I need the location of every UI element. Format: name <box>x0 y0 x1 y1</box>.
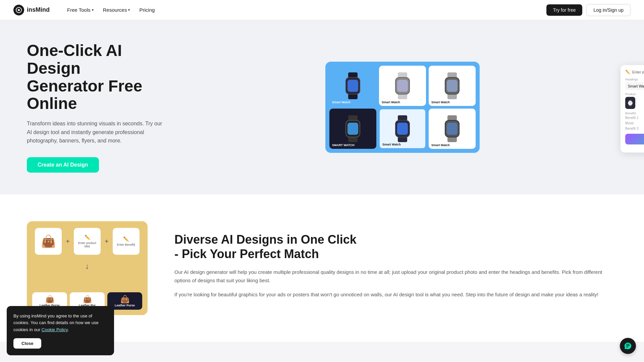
watch-image-1 <box>343 76 363 96</box>
hero-section: One-Click AI Design Generator Free Onlin… <box>0 20 644 194</box>
grid-cell-4: SMART WATCH <box>329 109 376 149</box>
nav-pricing[interactable]: Pricing <box>135 4 159 15</box>
watch-image-6 <box>442 119 462 139</box>
panel-headings-value: Smart Watch <box>628 84 644 88</box>
pencil-icon: ✏️ <box>625 70 630 74</box>
section2-title: Diverse AI Designs in One Click - Pick Y… <box>174 232 617 261</box>
purse-icon: 👜 <box>41 234 56 248</box>
nav-free-tools[interactable]: Free Tools ▾ <box>63 4 98 15</box>
navbar: insMind Free Tools ▾ Resources ▾ Pricing… <box>0 0 644 20</box>
create-ai-design-button[interactable]: Create an AI Design <box>27 157 99 173</box>
section2-body2: If you're looking for beautiful graphics… <box>174 290 617 299</box>
grid-cell-1: Smart Watch <box>329 66 376 106</box>
grid-cell-label-3: Smart Watch <box>431 101 450 104</box>
purse-result-icon-1: 👜 <box>35 295 64 304</box>
panel-headings-label: Headings <box>625 78 644 81</box>
edit-icon: ✏️ <box>85 235 90 240</box>
section2-body1: Our AI design generator will help you cr… <box>174 268 617 285</box>
enter-benefit-box: ✏️ Enter Benefit| <box>113 228 140 255</box>
grid-cell-label-4: SMART WATCH <box>332 143 355 147</box>
section2-visual: 👜 + ✏️ Enter product title| + ✏️ Enter B… <box>27 221 148 315</box>
section2-text: Diverse AI Designs in One Click - Pick Y… <box>174 232 617 304</box>
logo-text: insMind <box>27 6 50 13</box>
section2-title-line1: Diverse AI Designs in One Click <box>174 233 357 246</box>
watch-image-5 <box>392 119 413 139</box>
svg-point-1 <box>18 9 20 11</box>
purse-upload-box: 👜 <box>35 228 62 255</box>
hero-title: One-Click AI Design Generator Free Onlin… <box>27 42 168 113</box>
nav-free-tools-label: Free Tools <box>67 7 91 13</box>
enter-title-text: Enter product title| <box>76 241 99 248</box>
watch-image-4 <box>343 119 363 139</box>
logo-icon <box>13 5 24 15</box>
watch-image-3 <box>442 76 462 96</box>
cookie-banner: By using insMind you agree to the use of… <box>7 306 114 342</box>
chevron-down-icon: ▾ <box>128 8 130 12</box>
plus-icon: + <box>66 238 70 245</box>
panel-enter-info-row: ✏️ Enter product information <box>625 70 644 74</box>
hero-text: One-Click AI Design Generator Free Onlin… <box>27 42 168 173</box>
grid-cell-label-1: Smart Watch <box>332 101 351 104</box>
panel-benefit-1-label: Benefit 1 <box>625 116 638 120</box>
grid-cell-label-5: Smart Watch <box>382 143 401 146</box>
grid-cell-3: Smart Watch <box>429 66 476 106</box>
panel-benefit-2-row: Music <box>625 121 644 125</box>
grid-cell-label-6: Smart Watch <box>431 143 450 147</box>
section2-title-line2: - Pick Your Perfect Match <box>174 247 319 261</box>
side-panel: ✏️ Enter product information Headings Sm… <box>621 65 644 153</box>
edit-icon-2: ✏️ <box>123 236 129 242</box>
result-label-3: Leather Purse <box>110 304 140 307</box>
hero-subtitle: Transform ideas into stunning visuals in… <box>27 119 168 145</box>
panel-benefit-3-label: Benefit 3 <box>625 127 638 130</box>
panel-enter-info-label: Enter product information <box>632 70 644 74</box>
cookie-close-button[interactable]: Close <box>13 338 41 342</box>
cookie-policy-link[interactable]: Cookie Policy <box>42 327 68 332</box>
panel-benefit-1-row: Benefit 1 Sound Recording <box>625 116 644 120</box>
hero-title-line1: One-Click AI Design <box>27 42 122 77</box>
panel-headings-field[interactable]: Smart Watch <box>625 82 644 90</box>
product-grid: Smart Watch Smart Watch <box>325 62 480 153</box>
purse-result-icon-2: 👜 <box>72 295 102 304</box>
panel-product-label: Product <box>625 93 644 96</box>
down-arrow-icon: ↓ <box>85 261 89 271</box>
panel-watch-thumbnail: ⌚ <box>625 97 635 109</box>
nav-links: Free Tools ▾ Resources ▾ Pricing <box>63 4 546 15</box>
nav-resources-label: Resources <box>103 7 127 13</box>
enter-benefit-text: Enter Benefit| <box>117 243 135 246</box>
watch-image-2 <box>392 76 413 96</box>
nav-actions: Try for free Log in/Sign up <box>546 4 631 16</box>
leather-demo: 👜 + ✏️ Enter product title| + ✏️ Enter B… <box>27 221 148 315</box>
plus-icon-2: + <box>105 238 109 245</box>
hero-visual: Smart Watch Smart Watch <box>188 62 617 153</box>
panel-benefit-3-row: Benefit 3 Multicolor <box>625 127 644 130</box>
login-signup-button[interactable]: Log in/Sign up <box>586 4 631 16</box>
panel-benefit-2-label: Music <box>625 121 634 125</box>
grid-cell-5: Smart Watch <box>379 109 426 149</box>
grid-cell-label-2: Smart Watch <box>382 101 400 104</box>
enter-title-box: ✏️ Enter product title| <box>74 228 101 255</box>
grid-cell-2: Smart Watch <box>379 66 426 106</box>
try-for-free-button[interactable]: Try for free <box>546 4 583 16</box>
purse-result-icon-3: 👜 <box>110 295 140 304</box>
nav-pricing-label: Pricing <box>139 7 155 13</box>
panel-benefits-label: Benefits <box>625 112 644 115</box>
chevron-down-icon: ▾ <box>92 8 94 12</box>
hero-title-line2: Generator Free Online <box>27 77 142 113</box>
generate-button[interactable]: ✦ Generate <box>625 134 644 144</box>
grid-cell-6: Smart Watch <box>429 109 476 149</box>
nav-resources[interactable]: Resources ▾ <box>99 4 134 15</box>
logo[interactable]: insMind <box>13 5 50 15</box>
